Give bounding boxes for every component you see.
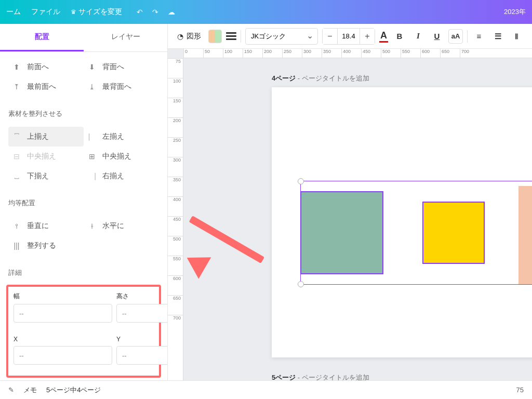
italic-button[interactable]: I [411,29,425,44]
home-menu[interactable]: ーム [6,7,21,17]
page-canvas[interactable]: グループ化 ⎘ 🗑 ⋯ ⟳ [272,87,532,357]
page-4-title[interactable]: 4ページ - ページタイトルを追加 [272,74,532,83]
selection-box[interactable] [300,181,532,285]
height-label: 高さ [116,292,168,301]
back-icon: ⤓ [87,83,97,91]
align-bottom-button[interactable]: ⎵下揃え [8,166,84,186]
align-center-v-icon: ⊟ [11,152,22,161]
crown-icon: ♛ [71,8,76,16]
align-section-label: 素材を整列させる [0,102,167,122]
height-input[interactable] [116,304,168,323]
page-5-title[interactable]: 5ページ - ページタイトルを追加 [272,373,532,380]
align-center-h-button[interactable]: ⊞中央揃え [84,147,159,166]
bold-button[interactable]: B [392,29,407,44]
cloud-icon[interactable]: ☁ [168,8,175,16]
selection-handle-bl[interactable] [298,281,304,287]
font-size-stepper[interactable]: − + [322,28,375,45]
date-label: 2023年 [504,7,526,17]
align-left-button[interactable]: ⎸左揃え [84,127,159,147]
distribute-vertical-button[interactable]: ⫯垂直に [8,216,84,236]
detail-highlight-box: 幅 高さ 比率🔓 X Y 回転 [6,285,161,378]
border-style-button[interactable] [226,32,236,40]
fill-color-button[interactable] [208,30,222,43]
top-menu-bar: ーム ファイル ♛サイズを変更 ↶ ↷ ☁ 2023年 [0,0,532,24]
shape-icon: ◔ [177,32,183,41]
dist-h-icon: ⫲ [87,222,97,231]
text-case-button[interactable]: aA [448,29,463,44]
redo-icon[interactable]: ↷ [152,8,158,16]
sidebar-panel: 配置 レイヤー ⬆前面へ ⬇背面へ ⤒最前面へ ⤓最背面へ 素材を整列させる ⎴… [0,24,168,380]
bottom-bar: ✎ メモ 5ページ中4ページ 75 [0,380,532,399]
zoom-level[interactable]: 75 [516,386,524,394]
tidy-button[interactable]: |||整列する [8,236,84,256]
tab-arrange[interactable]: 配置 [0,24,84,51]
text-align-button[interactable]: ≡ [472,29,486,44]
tidy-icon: ||| [11,242,22,250]
underline-button[interactable]: U [430,29,444,44]
y-input[interactable] [116,346,168,365]
align-left-icon: ⎸ [87,132,97,141]
send-backward-button[interactable]: ⬇背面へ [84,57,159,77]
align-center-v-button[interactable]: ⊟中央揃え [8,147,84,166]
canvas-toolbar: ◔図形 JKゴシック − + A B I U aA ≡ ☰ ⫴ [168,24,532,49]
shape-tool-button[interactable]: ◔図形 [174,30,204,43]
ruler-horizontal: 0501001502002503003504004505005506006507… [183,49,532,58]
distribute-horizontal-button[interactable]: ⫲水平に [84,216,159,236]
backward-icon: ⬇ [87,63,97,71]
align-top-button[interactable]: ⎴上揃え [8,127,84,147]
tab-layer[interactable]: レイヤー [84,24,167,51]
notes-icon[interactable]: ✎ [8,386,14,394]
distribute-section-label: 均等配置 [0,191,167,211]
size-plus-button[interactable]: + [360,29,375,44]
forward-icon: ⬆ [11,63,22,71]
align-right-button[interactable]: ⎹右揃え [84,166,159,186]
ruler-vertical: 7510015020025030035040045050055060065070… [168,58,183,380]
x-input[interactable] [14,346,112,365]
align-right-icon: ⎹ [87,172,97,181]
selection-handle-tl[interactable] [298,178,304,184]
send-back-button[interactable]: ⤓最背面へ [84,77,159,97]
font-size-input[interactable] [337,29,360,44]
resize-menu[interactable]: ♛サイズを変更 [71,7,122,17]
detail-section-label: 詳細 [0,261,167,281]
undo-icon[interactable]: ↶ [137,8,143,16]
bring-forward-button[interactable]: ⬆前面へ [8,57,84,77]
align-top-icon: ⎴ [11,132,22,141]
text-color-button[interactable]: A [379,30,388,43]
file-menu[interactable]: ファイル [31,7,60,17]
notes-button[interactable]: メモ [23,385,37,395]
size-minus-button[interactable]: − [323,29,337,44]
dist-v-icon: ⫯ [11,222,22,230]
front-icon: ⤒ [11,83,22,91]
font-select[interactable]: JKゴシック [245,28,318,45]
align-center-h-icon: ⊞ [87,152,97,161]
spacing-button[interactable]: ⫴ [509,29,524,44]
list-button[interactable]: ☰ [490,29,505,44]
align-bottom-icon: ⎵ [11,172,22,180]
width-input[interactable] [14,304,112,323]
width-label: 幅 [14,292,112,301]
page-indicator[interactable]: 5ページ中4ページ [46,385,101,395]
y-label: Y [116,336,168,343]
workspace[interactable]: 0501001502002503003504004505005506006507… [168,49,532,380]
bring-front-button[interactable]: ⤒最前面へ [8,77,84,97]
x-label: X [14,336,112,343]
